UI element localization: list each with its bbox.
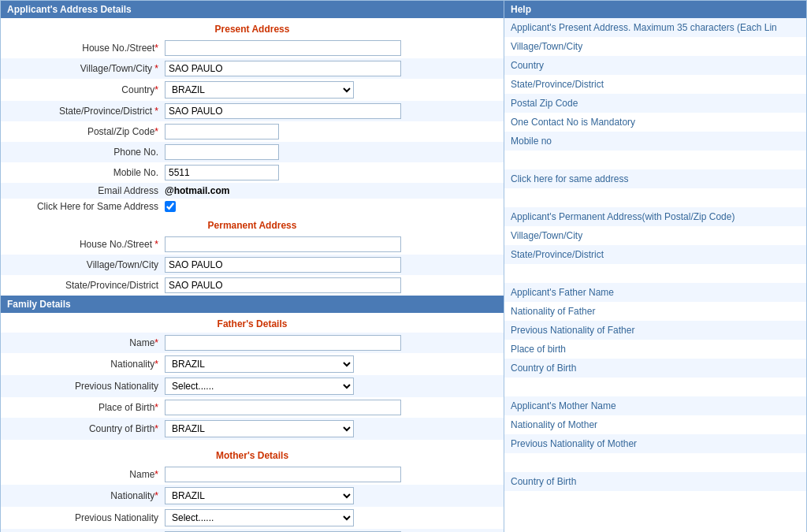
perm-village-input[interactable] bbox=[165, 257, 401, 273]
mobile-input[interactable] bbox=[165, 165, 279, 180]
help-title: Help bbox=[511, 4, 531, 15]
help-panel: Help Applicant's Present Address. Maximu… bbox=[504, 0, 807, 532]
phone-input[interactable] bbox=[165, 144, 279, 160]
family-section-header: Family Details bbox=[1, 296, 504, 313]
house-row: House No./Street* bbox=[1, 38, 504, 58]
father-cob-select[interactable]: BRAZIL USA UK bbox=[165, 420, 354, 437]
same-address-checkbox[interactable] bbox=[165, 201, 176, 212]
help-15: Applicant's Father Name bbox=[504, 283, 806, 302]
help-17: Previous Nationality of Father bbox=[504, 321, 806, 340]
help-11: Applicant's Permanent Address(with Posta… bbox=[504, 207, 806, 226]
father-prev-nat-select[interactable]: Select...... BRAZIL USA bbox=[165, 378, 354, 395]
perm-state-label: State/Province/District bbox=[7, 280, 165, 291]
house-input[interactable] bbox=[165, 40, 401, 56]
permanent-address-title: Permanent Address bbox=[1, 214, 504, 234]
mobile-row: Mobile No. bbox=[1, 162, 504, 183]
father-name-label: Name* bbox=[7, 337, 165, 348]
phone-row: Phone No. bbox=[1, 142, 504, 162]
perm-house-label: House No./Street * bbox=[7, 239, 165, 250]
mobile-label: Mobile No. bbox=[7, 167, 165, 178]
mother-title: Mother's Details bbox=[1, 445, 504, 464]
perm-state-row: State/Province/District bbox=[1, 275, 504, 296]
father-nationality-label: Nationality* bbox=[7, 359, 165, 370]
help-header: Help bbox=[504, 1, 806, 18]
mother-name-label: Name* bbox=[7, 469, 165, 480]
postal-label: Postal/Zip Code* bbox=[7, 126, 165, 137]
father-pob-row: Place of Birth* bbox=[1, 397, 504, 418]
same-address-row: Click Here for Same Address bbox=[1, 199, 504, 214]
help-19: Country of Birth bbox=[504, 359, 806, 378]
mother-nationality-label: Nationality* bbox=[7, 490, 165, 501]
father-prev-nat-label: Previous Nationality bbox=[7, 381, 165, 392]
perm-village-row: Village/Town/City bbox=[1, 255, 504, 275]
form-section-header: Applicant's Address Details bbox=[1, 1, 504, 18]
postal-row: Postal/Zip Code* bbox=[1, 121, 504, 142]
help-21: Applicant's Mother Name bbox=[504, 396, 806, 415]
state-label: State/Province/District * bbox=[7, 106, 165, 117]
father-name-row: Name* bbox=[1, 333, 504, 353]
country-label: Country* bbox=[7, 84, 165, 95]
same-address-label: Click Here for Same Address bbox=[7, 201, 165, 212]
perm-village-label: Village/Town/City bbox=[7, 259, 165, 270]
village-input[interactable] bbox=[165, 61, 401, 76]
help-3: Country bbox=[504, 56, 806, 75]
father-name-input[interactable] bbox=[165, 335, 401, 351]
perm-house-input[interactable] bbox=[165, 236, 401, 252]
help-8 bbox=[504, 151, 806, 169]
mother-prev-nat-row: Previous Nationality Select...... BRAZIL… bbox=[1, 507, 504, 529]
help-1: Applicant's Present Address. Maximum 35 … bbox=[504, 18, 806, 37]
father-cob-label: Country of Birth* bbox=[7, 423, 165, 434]
father-title: Father's Details bbox=[1, 313, 504, 333]
mother-nationality-select[interactable]: BRAZIL USA UK bbox=[165, 487, 354, 504]
email-row: Email Address @hotmail.com bbox=[1, 183, 504, 199]
father-cob-row: Country of Birth* BRAZIL USA UK bbox=[1, 418, 504, 440]
form-panel: Applicant's Address Details Present Addr… bbox=[0, 0, 504, 532]
present-address-title: Present Address bbox=[1, 18, 504, 38]
help-20 bbox=[504, 378, 806, 396]
help-4: State/Province/District bbox=[504, 75, 806, 94]
help-9: Click here for same address bbox=[504, 169, 806, 188]
mother-nationality-row: Nationality* BRAZIL USA UK bbox=[1, 485, 504, 507]
village-row: Village/Town/City * bbox=[1, 58, 504, 79]
father-nationality-row: Nationality* BRAZIL USA UK bbox=[1, 353, 504, 375]
father-pob-label: Place of Birth* bbox=[7, 402, 165, 413]
village-label: Village/Town/City * bbox=[7, 63, 165, 74]
perm-state-input[interactable] bbox=[165, 277, 401, 293]
phone-label: Phone No. bbox=[7, 147, 165, 158]
help-14 bbox=[504, 264, 806, 283]
help-12: Village/Town/City bbox=[504, 226, 806, 245]
house-label: House No./Street* bbox=[7, 43, 165, 54]
help-25: Country of Birth bbox=[504, 472, 806, 491]
help-2: Village/Town/City bbox=[504, 37, 806, 56]
help-10 bbox=[504, 188, 806, 207]
country-row: Country* BRAZIL USA UK INDIA bbox=[1, 79, 504, 101]
help-22: Nationality of Mother bbox=[504, 415, 806, 434]
family-title: Family Details bbox=[7, 299, 71, 310]
mother-name-input[interactable] bbox=[165, 467, 401, 482]
help-24 bbox=[504, 453, 806, 472]
email-value: @hotmail.com bbox=[165, 185, 229, 196]
father-prev-nat-row: Previous Nationality Select...... BRAZIL… bbox=[1, 375, 504, 397]
mother-pob-row: Place of Birth* bbox=[1, 529, 504, 532]
email-label: Email Address bbox=[7, 185, 165, 196]
mother-prev-nat-select[interactable]: Select...... BRAZIL USA bbox=[165, 509, 354, 526]
mother-name-row: Name* bbox=[1, 464, 504, 485]
help-16: Nationality of Father bbox=[504, 302, 806, 321]
father-nationality-select[interactable]: BRAZIL USA UK bbox=[165, 355, 354, 373]
perm-house-row: House No./Street * bbox=[1, 234, 504, 255]
form-title: Applicant's Address Details bbox=[7, 4, 132, 15]
father-pob-input[interactable] bbox=[165, 400, 401, 415]
state-input[interactable] bbox=[165, 103, 401, 119]
help-5: Postal Zip Code bbox=[504, 94, 806, 113]
country-select[interactable]: BRAZIL USA UK INDIA bbox=[165, 81, 354, 99]
help-7: Mobile no bbox=[504, 132, 806, 151]
help-6: One Contact No is Mandatory bbox=[504, 113, 806, 132]
help-18: Place of birth bbox=[504, 340, 806, 359]
mother-prev-nat-label: Previous Nationality bbox=[7, 512, 165, 523]
state-row: State/Province/District * bbox=[1, 101, 504, 121]
help-23: Previous Nationality of Mother bbox=[504, 434, 806, 453]
same-address-checkbox-cell bbox=[165, 201, 176, 212]
help-13: State/Province/District bbox=[504, 245, 806, 264]
postal-input[interactable] bbox=[165, 124, 279, 140]
